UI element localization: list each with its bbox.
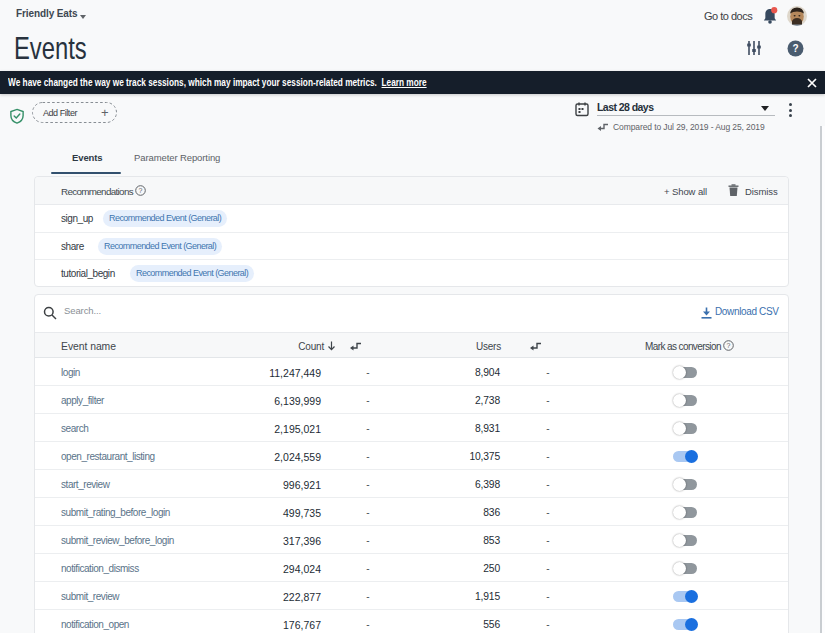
svg-text:?: ? <box>792 43 798 54</box>
svg-text:?: ? <box>727 342 731 349</box>
svg-text:?: ? <box>139 187 143 194</box>
